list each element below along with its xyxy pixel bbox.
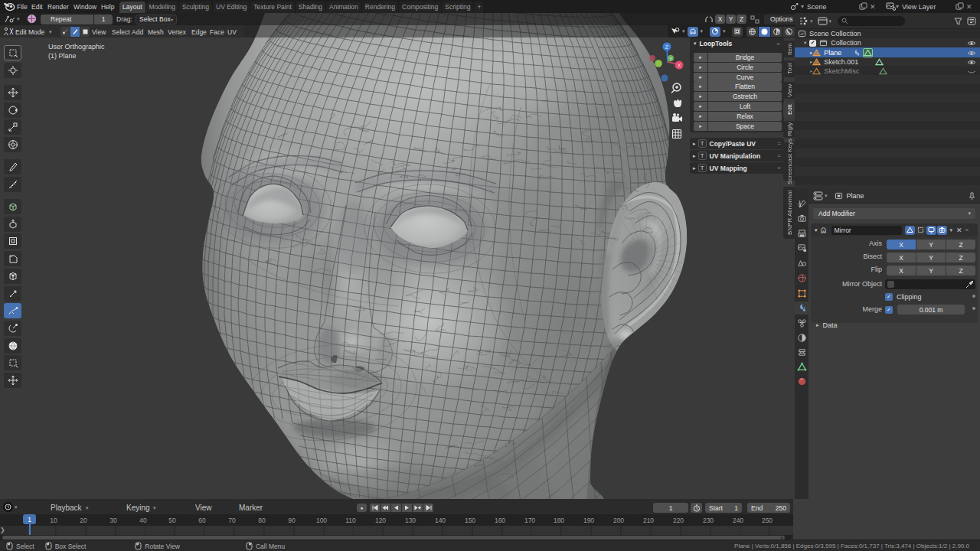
svg-text:Y: Y xyxy=(669,57,672,61)
svg-text:Z: Z xyxy=(665,44,669,50)
svg-text:X: X xyxy=(678,63,681,68)
